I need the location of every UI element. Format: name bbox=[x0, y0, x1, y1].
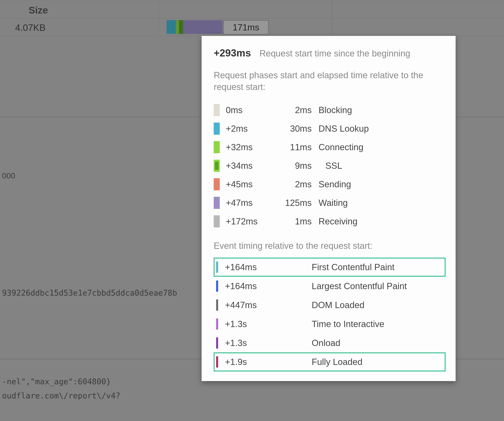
phase-offset: +47ms bbox=[226, 198, 269, 208]
event-tick-icon bbox=[216, 262, 218, 273]
event-row-tti: +1.3sTime to Interactive bbox=[214, 314, 445, 333]
phase-row-connect: +32ms11msConnecting bbox=[214, 138, 445, 156]
timing-popover: +293ms Request start time since the begi… bbox=[202, 36, 456, 381]
phase-row-wait: +47ms125msWaiting bbox=[214, 193, 445, 212]
phase-swatch-icon bbox=[214, 197, 220, 209]
event-row-fully: +1.9sFully Loaded bbox=[214, 352, 445, 371]
event-tick-icon bbox=[216, 337, 218, 349]
event-offset: +447ms bbox=[225, 300, 306, 310]
event-offset: +1.3s bbox=[225, 319, 306, 329]
phase-swatch-icon bbox=[214, 178, 220, 190]
phase-label: Waiting bbox=[318, 198, 445, 208]
phase-label: Connecting bbox=[318, 142, 445, 152]
phase-label: SSL bbox=[318, 161, 445, 171]
event-tick-icon bbox=[216, 280, 218, 292]
phase-elapsed: 1ms bbox=[274, 216, 314, 226]
event-row-onload: +1.3sOnload bbox=[214, 333, 445, 352]
phase-label: DNS Lookup bbox=[318, 124, 445, 134]
phase-label: Blocking bbox=[318, 105, 445, 115]
event-list: +164msFirst Contentful Paint+164msLarges… bbox=[214, 258, 445, 371]
phase-label: Sending bbox=[318, 179, 445, 189]
event-row-fcp: +164msFirst Contentful Paint bbox=[214, 258, 445, 277]
phases-intro-text: Request phases start and elapsed time re… bbox=[214, 69, 445, 93]
event-offset: +1.3s bbox=[225, 338, 306, 348]
phase-label: Receiving bbox=[318, 216, 445, 226]
phase-swatch-icon bbox=[214, 104, 220, 116]
event-label: Onload bbox=[312, 338, 445, 348]
event-tick-icon bbox=[216, 356, 218, 367]
request-start-desc: Request start time since the beginning bbox=[259, 48, 410, 59]
phase-offset: +45ms bbox=[226, 179, 269, 189]
event-label: DOM Loaded bbox=[312, 300, 445, 310]
request-start-offset: +293ms bbox=[214, 47, 251, 59]
event-offset: +164ms bbox=[225, 281, 306, 291]
event-label: Largest Contentful Paint bbox=[312, 281, 445, 291]
event-row-dom: +447msDOM Loaded bbox=[214, 295, 445, 314]
phase-row-recv: +172ms1msReceiving bbox=[214, 212, 445, 231]
phase-elapsed: 2ms bbox=[274, 179, 314, 189]
phase-swatch-icon bbox=[214, 123, 220, 135]
event-row-lcp: +164msLargest Contentful Paint bbox=[214, 277, 445, 295]
event-label: First Contentful Paint bbox=[312, 262, 445, 272]
phase-offset: +172ms bbox=[226, 216, 269, 226]
phase-swatch-icon bbox=[214, 215, 220, 228]
phase-elapsed: 125ms bbox=[274, 198, 314, 208]
events-intro-text: Event timing relative to the request sta… bbox=[214, 241, 445, 251]
phase-elapsed: 30ms bbox=[274, 124, 314, 134]
phase-offset: +2ms bbox=[226, 124, 269, 134]
phase-offset: +34ms bbox=[226, 161, 269, 171]
event-label: Fully Loaded bbox=[312, 357, 445, 367]
event-tick-icon bbox=[216, 318, 218, 330]
phase-row-send: +45ms2msSending bbox=[214, 175, 445, 193]
phase-elapsed: 11ms bbox=[274, 142, 314, 152]
phase-list: 0ms2msBlocking+2ms30msDNS Lookup+32ms11m… bbox=[214, 101, 445, 231]
phase-offset: 0ms bbox=[226, 105, 269, 115]
phase-row-ssl: +34ms9msSSL bbox=[214, 156, 445, 175]
event-offset: +164ms bbox=[225, 262, 306, 272]
phase-row-blocking: 0ms2msBlocking bbox=[214, 101, 445, 119]
event-tick-icon bbox=[216, 299, 218, 311]
phase-swatch-icon bbox=[214, 141, 220, 153]
event-offset: +1.9s bbox=[225, 357, 306, 367]
phase-swatch-icon bbox=[214, 160, 220, 172]
event-label: Time to Interactive bbox=[312, 319, 445, 329]
phase-offset: +32ms bbox=[226, 142, 269, 152]
phase-elapsed: 2ms bbox=[274, 105, 314, 115]
phase-elapsed: 9ms bbox=[274, 161, 314, 171]
phase-row-dns: +2ms30msDNS Lookup bbox=[214, 119, 445, 138]
